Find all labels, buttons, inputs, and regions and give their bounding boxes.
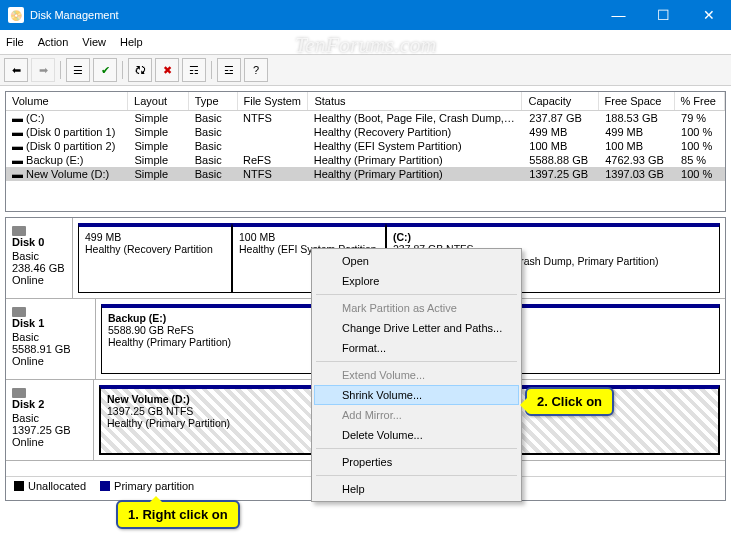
back-button[interactable]: ⬅: [4, 58, 28, 82]
tb-btn[interactable]: ✔: [93, 58, 117, 82]
volume-row[interactable]: ▬ New Volume (D:)SimpleBasicNTFSHealthy …: [6, 167, 725, 181]
minimize-button[interactable]: —: [596, 0, 641, 30]
col-pctfree[interactable]: % Free: [675, 92, 725, 110]
app-icon: 📀: [8, 7, 24, 23]
help-button[interactable]: ?: [244, 58, 268, 82]
tb-btn[interactable]: ☶: [182, 58, 206, 82]
volume-list[interactable]: Volume Layout Type File System Status Ca…: [5, 91, 726, 212]
titlebar[interactable]: 📀 Disk Management — ☐ ✕: [0, 0, 731, 30]
tb-btn[interactable]: ☰: [66, 58, 90, 82]
col-fs[interactable]: File System: [238, 92, 309, 110]
menu-view[interactable]: View: [82, 36, 106, 48]
cm-mark-active: Mark Partition as Active: [314, 298, 519, 318]
cm-delete[interactable]: Delete Volume...: [314, 425, 519, 445]
col-status[interactable]: Status: [308, 92, 522, 110]
menu-file[interactable]: File: [6, 36, 24, 48]
disk-info[interactable]: Disk 0Basic238.46 GBOnline: [6, 218, 73, 298]
cm-add-mirror: Add Mirror...: [314, 405, 519, 425]
cm-shrink[interactable]: Shrink Volume...: [314, 385, 519, 405]
menu-help[interactable]: Help: [120, 36, 143, 48]
menubar: File Action View Help: [0, 30, 731, 55]
volume-row[interactable]: ▬ (Disk 0 partition 1)SimpleBasicHealthy…: [6, 125, 725, 139]
properties-button[interactable]: ☲: [217, 58, 241, 82]
cm-extend: Extend Volume...: [314, 365, 519, 385]
volume-header[interactable]: Volume Layout Type File System Status Ca…: [6, 92, 725, 111]
disk-info[interactable]: Disk 1Basic5588.91 GBOnline: [6, 299, 96, 379]
partition[interactable]: 499 MBHealthy (Recovery Partition: [78, 223, 232, 293]
legend-unalloc: Unallocated: [28, 480, 86, 492]
delete-button[interactable]: ✖: [155, 58, 179, 82]
disk-info[interactable]: Disk 2Basic1397.25 GBOnline: [6, 380, 94, 460]
cm-help[interactable]: Help: [314, 479, 519, 499]
callout-clickon: 2. Click on: [525, 387, 614, 416]
callout-rightclick: 1. Right click on: [116, 500, 240, 529]
window-title: Disk Management: [30, 9, 596, 21]
volume-row[interactable]: ▬ (C:)SimpleBasicNTFSHealthy (Boot, Page…: [6, 111, 725, 125]
forward-button[interactable]: ➡: [31, 58, 55, 82]
cm-open[interactable]: Open: [314, 251, 519, 271]
cm-properties[interactable]: Properties: [314, 452, 519, 472]
cm-format[interactable]: Format...: [314, 338, 519, 358]
context-menu[interactable]: Open Explore Mark Partition as Active Ch…: [311, 248, 522, 502]
volume-row[interactable]: ▬ (Disk 0 partition 2)SimpleBasicHealthy…: [6, 139, 725, 153]
toolbar: ⬅ ➡ ☰ ✔ 🗘 ✖ ☶ ☲ ?: [0, 55, 731, 86]
col-capacity[interactable]: Capacity: [522, 92, 598, 110]
cm-explore[interactable]: Explore: [314, 271, 519, 291]
legend-unalloc-icon: [14, 481, 24, 491]
close-button[interactable]: ✕: [686, 0, 731, 30]
legend-primary-icon: [100, 481, 110, 491]
cm-change-letter[interactable]: Change Drive Letter and Paths...: [314, 318, 519, 338]
menu-action[interactable]: Action: [38, 36, 69, 48]
volume-row[interactable]: ▬ Backup (E:)SimpleBasicReFSHealthy (Pri…: [6, 153, 725, 167]
maximize-button[interactable]: ☐: [641, 0, 686, 30]
col-free[interactable]: Free Space: [599, 92, 675, 110]
col-volume[interactable]: Volume: [6, 92, 128, 110]
refresh-button[interactable]: 🗘: [128, 58, 152, 82]
col-layout[interactable]: Layout: [128, 92, 189, 110]
col-type[interactable]: Type: [189, 92, 238, 110]
